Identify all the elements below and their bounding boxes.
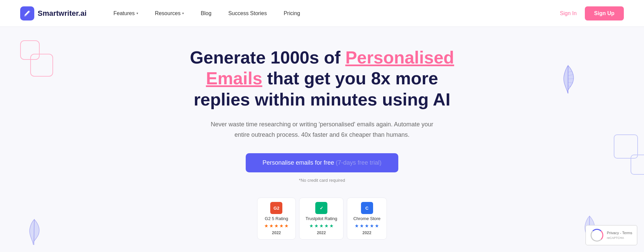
deco-square-2 (30, 54, 53, 77)
feather-pen-icon (23, 9, 31, 17)
cs-star-4: ★ (370, 223, 374, 228)
nav-pricing-label: Pricing (284, 10, 300, 16)
nav-links: Features ▾ Resources ▾ Blog Success Stor… (114, 10, 560, 16)
star-2: ★ (269, 223, 274, 228)
headline-part1: Generate 1000s of (190, 48, 345, 67)
trustpilot-stars: ★ ★ ★ ★ ★ (309, 223, 334, 228)
logo-link[interactable]: Smartwriter.ai (20, 6, 87, 20)
rating-badges: G2 G2 5 Rating ★ ★ ★ ★ ★ 2022 ✓ Trustpil… (257, 198, 387, 240)
recaptcha-widget: Privacy - Terms reCAPTCHA (586, 225, 637, 245)
cs-star-2: ★ (360, 223, 364, 228)
nav-success-stories-label: Success Stories (228, 10, 267, 16)
signin-button[interactable]: Sign In (560, 10, 577, 16)
nav-resources[interactable]: Resources ▾ (155, 10, 184, 16)
tp-star-5: ★ (329, 223, 334, 228)
hero-cta-button[interactable]: Personalise emails for free (7-days free… (246, 153, 398, 172)
g2-title: G2 5 Rating (265, 216, 288, 221)
nav-resources-label: Resources (155, 10, 180, 16)
captcha-branding: reCAPTCHA (607, 236, 624, 240)
nav-success-stories[interactable]: Success Stories (228, 10, 267, 16)
hero-section: Generate 1000s of Personalised Emails th… (0, 27, 644, 252)
chrome-store-stars: ★ ★ ★ ★ ★ (355, 223, 379, 228)
tp-star-1: ★ (309, 223, 314, 228)
chevron-down-icon: ▾ (136, 11, 138, 15)
star-5: ★ (284, 223, 289, 228)
hero-headline: Generate 1000s of Personalised Emails th… (177, 47, 467, 110)
cta-main-text: Personalise emails for free (263, 159, 334, 166)
trustpilot-logo: ✓ (315, 202, 327, 214)
nav-blog[interactable]: Blog (201, 10, 211, 16)
cta-subtext: *No credit card required (299, 178, 345, 183)
logo-text: Smartwriter.ai (38, 9, 87, 18)
deco-square-r2 (631, 155, 644, 175)
nav-actions: Sign In Sign Up (560, 6, 624, 20)
tp-star-2: ★ (314, 223, 319, 228)
deco-feather-bottom-left (27, 218, 42, 246)
star-3: ★ (274, 223, 279, 228)
recaptcha-spinner (591, 229, 603, 242)
nav-blog-label: Blog (201, 10, 211, 16)
nav-features-label: Features (114, 10, 135, 16)
g2-badge: G2 G2 5 Rating ★ ★ ★ ★ ★ 2022 (257, 198, 296, 240)
main-nav: Smartwriter.ai Features ▾ Resources ▾ Bl… (0, 0, 644, 27)
captcha-text: Privacy - Terms reCAPTCHA (607, 230, 632, 240)
star-4: ★ (279, 223, 284, 228)
nav-pricing[interactable]: Pricing (284, 10, 300, 16)
hero-subtext: Never waste time researching or writing … (204, 119, 440, 140)
chrome-store-year: 2022 (362, 230, 371, 235)
cs-star-1: ★ (355, 223, 359, 228)
nav-features[interactable]: Features ▾ (114, 10, 138, 16)
tp-star-3: ★ (319, 223, 324, 228)
cta-trial-text: (7-days free trial) (336, 159, 381, 166)
g2-year: 2022 (272, 230, 281, 235)
chrome-store-title: Chrome Store (353, 216, 380, 221)
cs-star-3: ★ (365, 223, 369, 228)
g2-logo: G2 (270, 202, 282, 214)
chevron-down-icon: ▾ (182, 11, 184, 15)
deco-feather-top-right (559, 64, 577, 95)
trustpilot-year: 2022 (317, 230, 326, 235)
star-1: ★ (264, 223, 269, 228)
logo-icon (20, 6, 34, 20)
cs-star-5: ★ (375, 223, 379, 228)
chrome-store-logo: C (361, 202, 373, 214)
g2-stars: ★ ★ ★ ★ ★ (264, 223, 289, 228)
trustpilot-badge: ✓ Trustpilot Rating ★ ★ ★ ★ ★ 2022 (299, 198, 344, 240)
trustpilot-title: Trustpilot Rating (306, 216, 337, 221)
chrome-store-badge: C Chrome Store ★ ★ ★ ★ ★ 2022 (347, 198, 387, 240)
captcha-privacy-terms[interactable]: Privacy - Terms (607, 230, 632, 235)
tp-star-4: ★ (324, 223, 329, 228)
signup-button[interactable]: Sign Up (585, 6, 624, 20)
